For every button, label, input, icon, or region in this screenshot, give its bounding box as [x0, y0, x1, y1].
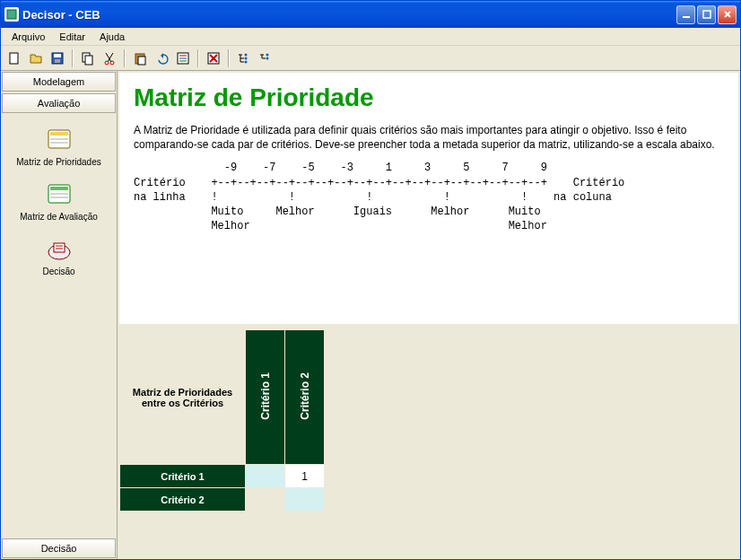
svg-rect-7	[54, 54, 61, 57]
minimize-button[interactable]	[676, 5, 695, 24]
cut-button[interactable]	[100, 48, 119, 68]
svg-point-14	[110, 61, 114, 65]
save-icon	[50, 51, 65, 66]
svg-point-29	[245, 57, 248, 59]
svg-rect-1	[683, 16, 690, 18]
expand-button[interactable]	[234, 48, 254, 68]
copy-button[interactable]	[78, 48, 98, 68]
sidebar-tab-avaliacao[interactable]: Avaliação	[2, 93, 116, 113]
matrix-area: Matriz de Prioridades entre os Critérios…	[119, 324, 738, 529]
svg-rect-2	[703, 11, 710, 18]
toolbar-sep-4	[228, 49, 230, 67]
window-controls	[676, 5, 737, 24]
new-button[interactable]	[4, 48, 24, 68]
svg-rect-16	[138, 57, 145, 65]
intro-text: A Matriz de Prioridade é utilizada para …	[134, 123, 724, 152]
paste-button[interactable]	[130, 48, 150, 68]
paste-icon	[133, 51, 147, 66]
matrix-cell-r1c1	[285, 488, 325, 512]
main-area: Modelagem Avaliação Matriz de Prioridade…	[1, 71, 740, 559]
scale-diagram: -9 -7 -5 -3 1 3 5 7 9 Critério +--+--+--…	[134, 161, 724, 233]
toolbar	[1, 46, 740, 71]
svg-rect-0	[7, 10, 16, 19]
close-button[interactable]	[718, 5, 737, 24]
sidebar-tab-modelagem[interactable]: Modelagem	[2, 72, 116, 92]
menu-arquivo[interactable]: Arquivo	[4, 30, 52, 44]
svg-point-28	[245, 53, 248, 56]
sidebar-item-matriz-prioridades[interactable]: Matriz de Prioridades	[1, 123, 117, 176]
sidebar-content: Matriz de Prioridades Matriz de Avaliaçã…	[1, 114, 117, 538]
matrix-row-criterio-2: Critério 2	[120, 488, 246, 512]
undo-icon	[154, 51, 169, 66]
open-icon	[29, 51, 43, 66]
menu-editar[interactable]: Editar	[52, 30, 92, 44]
matrix-priorities-icon	[45, 127, 74, 155]
content-inner: Matriz de Prioridade A Matriz de Priorid…	[119, 73, 738, 324]
matrix-cell-r0c0	[246, 465, 285, 488]
decision-icon	[45, 236, 74, 265]
cut-icon	[102, 51, 117, 66]
toolbar-sep-3	[197, 49, 199, 67]
priority-matrix-table: Matriz de Prioridades entre os Critérios…	[119, 329, 325, 512]
sidebar-tab-decisao[interactable]: Decisão	[2, 538, 116, 558]
sidebar-item-decisao[interactable]: Decisão	[1, 232, 117, 285]
toolbar-sep-2	[124, 49, 126, 67]
svg-point-35	[266, 57, 269, 59]
matrix-row-criterio-1: Critério 1	[120, 465, 246, 488]
matrix-cell-r1c0	[246, 488, 285, 512]
save-button[interactable]	[48, 48, 67, 68]
svg-rect-8	[55, 59, 60, 63]
matrix-col-criterio-2: Critério 2	[285, 330, 325, 465]
delete-icon	[206, 51, 221, 66]
collapse-icon	[258, 51, 273, 66]
page-title: Matriz de Prioridade	[134, 83, 724, 112]
undo-button[interactable]	[152, 48, 171, 68]
matrix-cell-r0c1[interactable]: 1	[285, 465, 325, 488]
sidebar-item-label: Decisão	[42, 267, 74, 276]
sidebar-item-label: Matriz de Avaliação	[20, 212, 98, 222]
app-icon	[4, 7, 19, 22]
props-icon	[176, 51, 190, 66]
svg-rect-10	[85, 56, 92, 65]
expand-icon	[237, 51, 251, 66]
sidebar: Modelagem Avaliação Matriz de Prioridade…	[1, 71, 118, 559]
sidebar-item-label: Matriz de Prioridades	[16, 157, 100, 167]
titlebar: Decisor - CEB	[1, 1, 740, 28]
menu-ajuda[interactable]: Ajuda	[92, 30, 132, 44]
svg-rect-41	[50, 187, 68, 190]
svg-rect-45	[54, 243, 65, 252]
new-icon	[7, 51, 22, 66]
open-button[interactable]	[26, 48, 46, 68]
matrix-corner-label: Matriz de Prioridades entre os Critérios	[120, 330, 246, 465]
sidebar-item-matriz-avaliacao[interactable]: Matriz de Avaliação	[1, 178, 117, 231]
app-window: Decisor - CEB Arquivo Editar Ajuda Model…	[0, 0, 741, 560]
delete-button[interactable]	[204, 48, 223, 68]
svg-point-30	[245, 60, 248, 63]
menubar: Arquivo Editar Ajuda	[1, 28, 740, 46]
window-title: Decisor - CEB	[22, 8, 676, 22]
matrix-col-criterio-1: Critério 1	[246, 330, 285, 465]
svg-rect-37	[50, 132, 68, 136]
collapse-button[interactable]	[256, 48, 275, 68]
content-pane: Matriz de Prioridade A Matriz de Priorid…	[118, 71, 740, 559]
matrix-evaluation-icon	[45, 181, 74, 210]
svg-point-34	[266, 53, 269, 56]
toolbar-sep-1	[72, 49, 74, 67]
maximize-button[interactable]	[697, 5, 716, 24]
properties-button[interactable]	[173, 48, 193, 68]
svg-rect-5	[10, 53, 18, 64]
svg-point-13	[105, 61, 109, 65]
copy-icon	[81, 51, 95, 66]
